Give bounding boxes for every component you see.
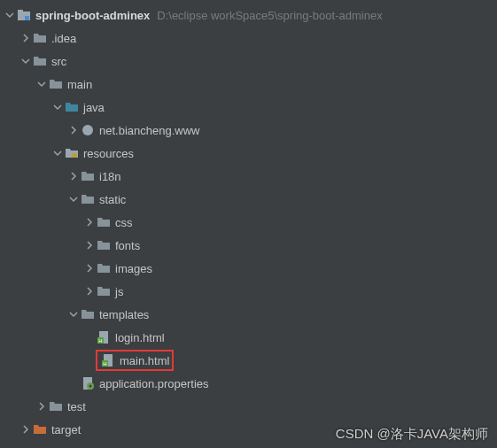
tree-row-templates[interactable]: templates xyxy=(0,303,497,326)
html-file-icon: H xyxy=(96,329,112,345)
excluded-folder-icon xyxy=(32,421,48,437)
folder-icon xyxy=(96,214,112,230)
chevron-right-icon xyxy=(19,32,32,44)
folder-icon xyxy=(80,168,96,184)
folder-label: resources xyxy=(83,147,134,160)
tree-row-css[interactable]: css xyxy=(0,211,497,234)
chevron-down-icon xyxy=(67,308,80,321)
tree-row-images[interactable]: images xyxy=(0,257,497,280)
tree-row-fonts[interactable]: fonts xyxy=(0,234,497,257)
chevron-right-icon xyxy=(19,423,32,436)
folder-icon xyxy=(48,398,64,414)
tree-row-src[interactable]: src xyxy=(0,50,497,73)
file-label: application.properties xyxy=(99,377,209,390)
tree-row-i18n[interactable]: i18n xyxy=(0,165,497,188)
properties-file-icon xyxy=(80,375,96,391)
folder-icon xyxy=(80,306,96,322)
watermark: CSDN @洛卡JAVA架构师 xyxy=(336,426,488,443)
folder-label: static xyxy=(99,193,126,206)
tree-row-js[interactable]: js xyxy=(0,280,497,303)
svg-text:H: H xyxy=(103,361,106,367)
folder-label: src xyxy=(51,55,66,68)
svg-point-3 xyxy=(82,125,93,135)
tree-row-main[interactable]: main xyxy=(0,73,497,96)
folder-icon xyxy=(32,53,48,69)
package-label: net.biancheng.www xyxy=(99,124,199,137)
folder-icon xyxy=(96,260,112,276)
package-icon xyxy=(80,122,96,138)
project-tree: spring-boot-adminex D:\eclipse workSpace… xyxy=(0,0,497,448)
folder-label: target xyxy=(51,423,81,436)
tree-row-java[interactable]: java xyxy=(0,96,497,119)
maven-file-icon: m xyxy=(32,444,48,448)
folder-label: i18n xyxy=(99,170,121,183)
tree-row-package[interactable]: net.biancheng.www xyxy=(0,119,497,142)
folder-label: .idea xyxy=(51,32,76,45)
folder-label: fonts xyxy=(115,239,140,252)
chevron-down-icon xyxy=(4,9,16,21)
chevron-right-icon xyxy=(35,400,48,413)
root-name: spring-boot-adminex xyxy=(35,9,150,22)
tree-row-static[interactable]: static xyxy=(0,188,497,211)
svg-rect-2 xyxy=(25,16,29,20)
folder-icon xyxy=(80,191,96,207)
file-label: login.html xyxy=(115,331,165,344)
highlight-main-html: H main.html xyxy=(96,350,174,371)
folder-icon xyxy=(48,76,64,92)
folder-label: images xyxy=(115,262,152,275)
file-label: main.html xyxy=(120,354,169,367)
chevron-right-icon xyxy=(83,285,96,297)
root-path: D:\eclipse workSpace5\spring-boot-admine… xyxy=(157,9,382,22)
chevron-right-icon xyxy=(83,239,96,251)
folder-label: test xyxy=(67,400,86,413)
folder-label: templates xyxy=(99,308,149,321)
project-icon xyxy=(16,7,32,23)
chevron-down-icon xyxy=(51,101,64,113)
tree-row-main-html[interactable]: H main.html xyxy=(0,349,497,372)
chevron-right-icon xyxy=(83,216,96,228)
folder-icon xyxy=(96,237,112,253)
resources-folder-icon xyxy=(64,145,80,161)
folder-label: css xyxy=(115,216,133,229)
folder-icon xyxy=(96,283,112,299)
chevron-right-icon xyxy=(83,262,96,274)
tree-row-test[interactable]: test xyxy=(0,395,497,418)
folder-label: js xyxy=(115,285,123,298)
html-file-icon: H xyxy=(100,352,116,368)
svg-text:H: H xyxy=(98,338,102,344)
chevron-down-icon xyxy=(19,55,32,67)
svg-rect-1 xyxy=(18,10,23,12)
tree-row-idea[interactable]: .idea xyxy=(0,27,497,50)
tree-row-resources[interactable]: resources xyxy=(0,142,497,165)
chevron-down-icon xyxy=(51,147,64,159)
tree-row-login-html[interactable]: H login.html xyxy=(0,326,497,349)
svg-point-13 xyxy=(89,385,92,388)
chevron-right-icon xyxy=(67,170,80,182)
folder-label: java xyxy=(83,101,105,114)
svg-rect-4 xyxy=(72,153,77,158)
source-folder-icon xyxy=(64,99,80,115)
folder-label: main xyxy=(67,78,92,91)
chevron-down-icon xyxy=(67,193,80,205)
tree-row-root[interactable]: spring-boot-adminex D:\eclipse workSpace… xyxy=(0,4,497,27)
chevron-down-icon xyxy=(35,78,48,90)
folder-icon xyxy=(32,30,48,46)
tree-row-appprops[interactable]: application.properties xyxy=(0,372,497,395)
chevron-right-icon xyxy=(67,124,80,136)
